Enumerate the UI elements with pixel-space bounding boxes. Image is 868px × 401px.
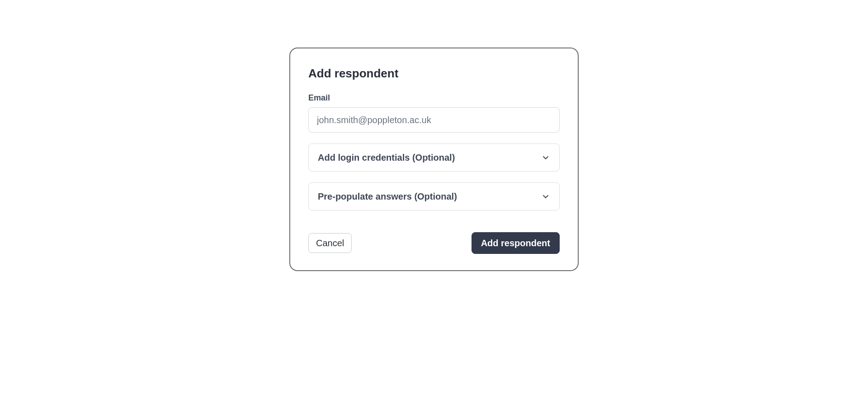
login-credentials-accordion[interactable]: Add login credentials (Optional) — [308, 143, 560, 172]
email-label: Email — [308, 93, 560, 103]
chevron-down-icon — [541, 192, 550, 201]
accordion-prepopulate-label: Pre-populate answers (Optional) — [318, 191, 457, 202]
add-respondent-modal: Add respondent Email Add login credentia… — [289, 48, 579, 271]
email-field-group: Email — [308, 93, 560, 133]
modal-footer: Cancel Add respondent — [308, 232, 560, 254]
add-respondent-button[interactable]: Add respondent — [472, 232, 560, 254]
chevron-down-icon — [541, 153, 550, 162]
email-input[interactable] — [308, 107, 560, 133]
accordion-login-label: Add login credentials (Optional) — [318, 153, 455, 163]
prepopulate-answers-accordion[interactable]: Pre-populate answers (Optional) — [308, 182, 560, 210]
modal-title: Add respondent — [308, 67, 560, 81]
cancel-button[interactable]: Cancel — [308, 233, 352, 253]
